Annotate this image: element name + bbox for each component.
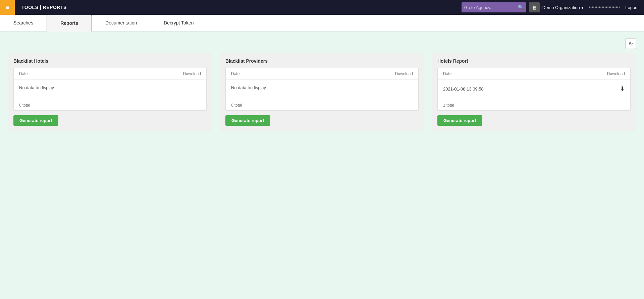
download-button[interactable]: ⬇ <box>598 85 625 93</box>
blacklist-providers-title: Blacklist Providers <box>225 58 419 64</box>
no-data-text: No data to display <box>19 83 201 92</box>
blacklist-hotels-generate-button[interactable]: Generate report <box>13 115 58 126</box>
no-data-text: No data to display <box>231 83 413 92</box>
hotels-report-card: Hotels Report Date Download 2021-01-08 1… <box>432 53 636 131</box>
refresh-btn-row: ↻ <box>8 38 636 49</box>
hotels-report-table: Date Download 2021-01-08 13:09:58 ⬇ 1 to… <box>437 68 631 111</box>
col-download-header: Download <box>386 71 413 76</box>
hotels-report-generate-button[interactable]: Generate report <box>437 115 482 126</box>
blacklist-providers-table-footer: 0 total <box>226 100 418 110</box>
hotels-report-table-body: 2021-01-08 13:09:58 ⬇ <box>438 80 630 100</box>
col-download-header: Download <box>174 71 201 76</box>
blacklist-providers-card: Blacklist Providers Date Download No dat… <box>220 53 424 131</box>
total-count: 0 total <box>231 103 242 108</box>
tab-reports[interactable]: Reports <box>47 15 92 32</box>
blacklist-hotels-table: Date Download No data to display 0 total <box>13 68 207 111</box>
tabs-bar: Searches Reports Documentation Decrypt T… <box>0 15 644 32</box>
tab-searches[interactable]: Searches <box>0 15 47 31</box>
menu-button[interactable]: ≡ <box>0 0 15 15</box>
user-email: •••••••••••••••••••••• <box>589 5 620 10</box>
table-row: 2021-01-08 13:09:58 ⬇ <box>443 83 625 95</box>
col-download-header: Download <box>598 71 625 76</box>
search-icon[interactable]: 🔍 <box>518 5 524 10</box>
col-date-header: Date <box>19 71 174 76</box>
org-label: Demo Organization <box>542 5 580 10</box>
blacklist-hotels-table-footer: 0 total <box>14 100 206 110</box>
app-title: TOOLS | REPORTS <box>15 5 73 10</box>
blacklist-providers-generate-button[interactable]: Generate report <box>225 115 270 126</box>
col-date-header: Date <box>443 71 598 76</box>
agency-search[interactable]: 🔍 <box>462 2 526 12</box>
grid-icon: ▦ <box>532 5 536 10</box>
blacklist-providers-table: Date Download No data to display 0 total <box>225 68 419 111</box>
main-content: ↻ Blacklist Hotels Date Download No data… <box>0 32 644 138</box>
row-date: 2021-01-08 13:09:58 <box>443 86 598 92</box>
logout-button[interactable]: Logout <box>625 5 639 10</box>
col-date-header: Date <box>231 71 386 76</box>
blacklist-hotels-card: Blacklist Hotels Date Download No data t… <box>8 53 212 131</box>
navbar: ≡ TOOLS | REPORTS 🔍 ▦ Demo Organization … <box>0 0 644 15</box>
chevron-down-icon: ▾ <box>581 5 584 10</box>
tab-documentation[interactable]: Documentation <box>92 15 150 31</box>
grid-view-button[interactable]: ▦ <box>529 2 540 12</box>
total-count: 1 total <box>443 103 454 108</box>
agency-search-input[interactable] <box>464 5 518 10</box>
hotels-report-title: Hotels Report <box>437 58 631 64</box>
blacklist-providers-table-body: No data to display <box>226 80 418 100</box>
blacklist-hotels-table-body: No data to display <box>14 80 206 100</box>
tab-decrypt-token[interactable]: Decrypt Token <box>150 15 207 31</box>
blacklist-providers-table-header: Date Download <box>226 68 418 80</box>
total-count: 0 total <box>19 103 30 108</box>
hotels-report-table-footer: 1 total <box>438 100 630 110</box>
refresh-icon: ↻ <box>629 41 633 47</box>
cards-row: Blacklist Hotels Date Download No data t… <box>8 53 636 131</box>
hamburger-icon: ≡ <box>6 4 9 11</box>
refresh-button[interactable]: ↻ <box>625 38 636 49</box>
org-selector[interactable]: Demo Organization ▾ <box>542 5 584 10</box>
blacklist-hotels-table-header: Date Download <box>14 68 206 80</box>
blacklist-hotels-title: Blacklist Hotels <box>13 58 207 64</box>
hotels-report-table-header: Date Download <box>438 68 630 80</box>
